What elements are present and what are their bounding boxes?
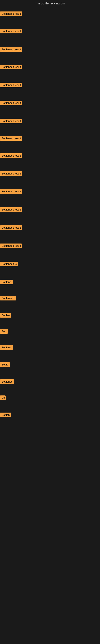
bottleneck-badge[interactable]: Bottleneck result: [0, 171, 22, 176]
result-row-17: Bottleneck r: [0, 296, 100, 301]
bottleneck-badge[interactable]: Bottleneck result: [0, 136, 22, 141]
bottleneck-badge[interactable]: Bottleneck result: [0, 153, 22, 158]
bottleneck-badge[interactable]: Bottlene: [0, 345, 13, 350]
bottleneck-badge[interactable]: Bottleneck result: [0, 12, 22, 16]
bottleneck-badge[interactable]: Bottleneck re: [0, 262, 18, 266]
result-row-14: Bottleneck result: [0, 244, 100, 249]
result-row-1: Bottleneck result: [0, 12, 100, 17]
result-row-8: Bottleneck result: [0, 136, 100, 142]
bottleneck-badge[interactable]: Bo: [0, 396, 6, 400]
result-row-12: Bottleneck result: [0, 207, 100, 213]
result-row-23: Bo: [0, 396, 100, 401]
bottleneck-badge[interactable]: Bottlenec: [0, 379, 14, 384]
result-row-22: Bottlenec: [0, 379, 100, 385]
bottleneck-badge[interactable]: Bottleneck result: [0, 100, 22, 105]
result-row-2: Bottleneck result: [0, 29, 100, 34]
bottleneck-badge[interactable]: Bottlen: [0, 412, 11, 417]
result-row-21: Bottle: [0, 362, 100, 368]
result-row-6: Bottleneck result: [0, 100, 100, 106]
result-row-9: Bottleneck result: [0, 153, 100, 159]
bottleneck-badge[interactable]: Bottleneck r: [0, 296, 16, 300]
result-row-15: Bottleneck re: [0, 262, 100, 267]
site-title: TheBottlenecker.com: [0, 0, 100, 7]
bottleneck-badge[interactable]: Bottleneck result: [0, 29, 22, 34]
bottleneck-badge[interactable]: Bottleneck result: [0, 47, 22, 52]
result-row-18: Bottlen: [0, 313, 100, 318]
bottleneck-badge[interactable]: Bottlene: [0, 280, 13, 284]
result-row-5: Bottleneck result: [0, 83, 100, 88]
bottleneck-badge[interactable]: Bottleneck result: [0, 207, 22, 212]
result-row-11: Bottleneck result: [0, 189, 100, 194]
bottleneck-badge[interactable]: Bottleneck result: [0, 244, 22, 248]
bottleneck-badge[interactable]: Bottlen: [0, 313, 11, 318]
result-row-10: Bottleneck result: [0, 171, 100, 177]
result-row-13: Bottleneck result: [0, 226, 100, 231]
result-row-3: Bottleneck result: [0, 47, 100, 52]
bottleneck-badge[interactable]: Bott: [0, 329, 8, 334]
bottleneck-badge[interactable]: Bottle: [0, 362, 10, 367]
cursor-indicator: [1, 539, 1, 546]
bottleneck-badge[interactable]: Bottleneck result: [0, 226, 22, 230]
bottleneck-badge[interactable]: Bottleneck result: [0, 83, 22, 87]
bottleneck-badge[interactable]: Bottleneck result: [0, 119, 22, 123]
result-row-4: Bottleneck result: [0, 64, 100, 70]
result-row-19: Bott: [0, 329, 100, 334]
result-row-7: Bottleneck result: [0, 119, 100, 124]
bottleneck-badge[interactable]: Bottleneck result: [0, 64, 22, 69]
result-row-24: Bottlen: [0, 412, 100, 418]
result-row-20: Bottlene: [0, 345, 100, 350]
result-row-16: Bottlene: [0, 280, 100, 285]
bottleneck-badge[interactable]: Bottleneck result: [0, 189, 22, 194]
